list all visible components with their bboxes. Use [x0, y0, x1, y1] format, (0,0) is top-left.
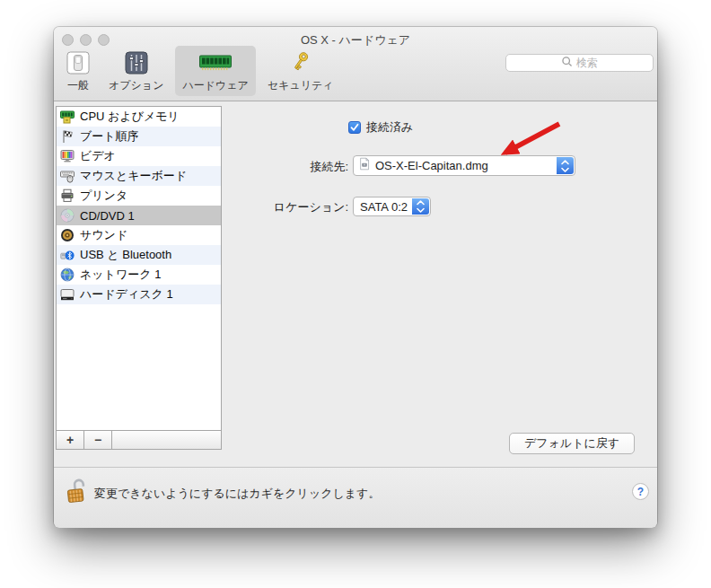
usb-bluetooth-icon: [60, 248, 75, 262]
sidebar-item-label: ビデオ: [80, 148, 116, 164]
tab-hardware[interactable]: ハードウェア: [175, 46, 255, 96]
mouse-keyboard-icon: [60, 169, 75, 183]
connect-to-dropdown[interactable]: OS-X-El-Capitan.dmg: [353, 155, 575, 176]
sound-icon: [60, 228, 75, 242]
cpu-memory-icon: [60, 110, 75, 124]
sidebar-item-usb-bluetooth[interactable]: USB と Bluetooth: [57, 245, 221, 265]
sidebar-item-printer[interactable]: プリンタ: [57, 186, 221, 206]
unlocked-lock-icon[interactable]: [66, 474, 90, 510]
titlebar: OS X - ハードウェア 一般 オプション ハードウェア: [54, 27, 657, 101]
location-value: SATA 0:2: [360, 200, 408, 214]
tab-general[interactable]: 一般: [59, 46, 97, 96]
tab-label: ハードウェア: [182, 78, 248, 93]
sidebar-item-label: CD/DVD 1: [80, 209, 135, 223]
connect-to-value: OS-X-El-Capitan.dmg: [375, 159, 488, 172]
dmg-file-icon: [358, 157, 371, 174]
sidebar-item-video[interactable]: ビデオ: [57, 146, 221, 166]
sidebar-item-boot-order[interactable]: ブート順序: [57, 127, 221, 146]
sidebar-item-label: サウンド: [80, 227, 127, 243]
add-device-button[interactable]: +: [57, 431, 84, 449]
hardware-device-list: CPU およびメモリ ブート順序 ビデオ マウスとキーボード プリンタ CD/D…: [56, 106, 222, 431]
sidebar-item-sound[interactable]: サウンド: [57, 225, 221, 245]
sidebar-item-label: ブート順序: [80, 128, 139, 145]
tab-label: 一般: [67, 78, 89, 93]
search-input[interactable]: 検索: [505, 54, 654, 72]
sidebar-item-mouse-keyboard[interactable]: マウスとキーボード: [57, 166, 221, 186]
sidebar-item-cd-dvd[interactable]: CD/DVD 1: [57, 206, 221, 225]
sliders-icon: [125, 49, 148, 76]
chevron-up-down-icon[interactable]: [557, 157, 574, 174]
footer-bar: 変更できないようにするにはカギをクリックします。 ?: [54, 467, 657, 528]
key-icon: [288, 49, 312, 76]
connected-checkbox[interactable]: [348, 121, 361, 134]
tab-options[interactable]: オプション: [101, 46, 171, 96]
cd-dvd-icon: [60, 208, 75, 223]
checkmark-icon: [350, 123, 359, 132]
location-label: ロケーション:: [215, 199, 348, 215]
search-placeholder: 検索: [576, 56, 598, 71]
memory-icon: [199, 49, 232, 76]
help-button[interactable]: ?: [632, 483, 649, 500]
device-list-controls: + −: [56, 430, 222, 450]
connected-checkbox-row: 接続済み: [348, 119, 413, 136]
tab-label: セキュリティ: [268, 78, 334, 93]
sidebar-item-label: マウスとキーボード: [80, 168, 187, 184]
sidebar-item-hard-disk[interactable]: ハードディスク 1: [57, 285, 221, 304]
location-dropdown[interactable]: SATA 0:2: [353, 197, 431, 216]
chevron-up-down-icon[interactable]: [412, 198, 429, 215]
sidebar-item-network[interactable]: ネットワーク 1: [57, 265, 221, 285]
toolbar-tabs: 一般 オプション ハードウェア セキュリティ: [59, 46, 341, 96]
sidebar-item-label: プリンタ: [80, 188, 127, 204]
lock-message: 変更できないようにするにはカギをクリックします。: [94, 486, 380, 502]
connected-checkbox-label: 接続済み: [366, 119, 413, 136]
network-icon: [60, 268, 75, 282]
sidebar-item-cpu-memory[interactable]: CPU およびメモリ: [57, 107, 221, 127]
search-icon: [561, 55, 573, 71]
sidebar-item-label: ネットワーク 1: [80, 267, 161, 283]
sidebar-item-label: CPU およびメモリ: [80, 109, 180, 125]
hard-disk-icon: [60, 287, 75, 302]
video-icon: [60, 149, 75, 163]
restore-defaults-button[interactable]: デフォルトに戻す: [509, 433, 635, 454]
boot-order-icon: [60, 129, 75, 144]
switch-icon: [66, 49, 90, 76]
remove-device-button[interactable]: −: [84, 431, 112, 449]
sidebar-item-label: ハードディスク 1: [80, 286, 173, 303]
printer-icon: [60, 189, 75, 203]
tab-security[interactable]: セキュリティ: [260, 46, 341, 96]
tab-label: オプション: [109, 78, 163, 93]
connect-to-label: 接続先:: [215, 159, 348, 175]
vm-settings-window: OS X - ハードウェア 一般 オプション ハードウェア: [54, 27, 657, 527]
sidebar-item-label: USB と Bluetooth: [80, 247, 171, 263]
